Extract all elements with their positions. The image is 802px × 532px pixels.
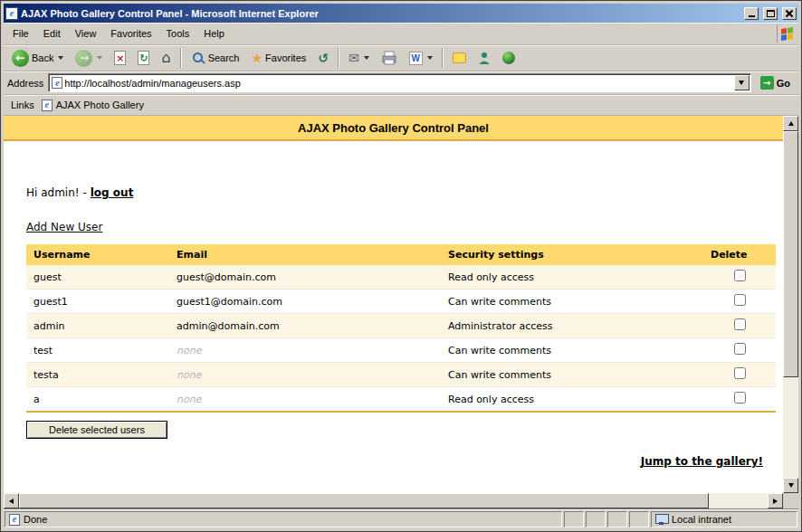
jump-to-gallery-link[interactable]: Jump to the gallery! — [26, 455, 763, 468]
security-cell: Administrator access — [441, 314, 703, 338]
forward-dropdown-icon[interactable] — [97, 56, 102, 60]
go-label: Go — [777, 78, 790, 89]
menu-favorites[interactable]: Favorites — [103, 25, 158, 42]
security-cell: Read only access — [441, 265, 703, 290]
edit-dropdown-icon[interactable] — [427, 56, 433, 60]
home-button[interactable]: ⌂ — [156, 48, 176, 68]
go-button[interactable]: → Go — [756, 74, 795, 91]
messenger-button[interactable] — [473, 49, 496, 68]
scroll-down-button[interactable] — [783, 478, 798, 493]
delete-checkbox[interactable] — [734, 294, 746, 306]
links-label: Links — [11, 100, 34, 110]
status-message-pane: e Done — [5, 511, 562, 527]
links-item-gallery[interactable]: e AJAX Photo Gallery — [42, 100, 144, 111]
table-row: guest1 guest1@domain.com Can write comme… — [26, 290, 776, 314]
delete-cell — [703, 363, 776, 387]
discuss-icon — [453, 52, 466, 63]
greeting: Hi admin! -log out — [26, 186, 776, 199]
refresh-icon: ↻ — [138, 51, 149, 65]
status-pane — [607, 511, 627, 527]
delete-cell — [703, 265, 776, 290]
links-bar: Links e AJAX Photo Gallery — [4, 95, 798, 116]
maximize-button[interactable] — [763, 7, 778, 20]
scroll-left-button[interactable] — [4, 493, 19, 508]
delete-selected-users-button[interactable]: Delete selected users — [26, 421, 167, 439]
delete-cell — [703, 314, 776, 338]
ie-page-icon: e — [52, 77, 62, 89]
header-security: Security settings — [441, 244, 703, 265]
delete-checkbox[interactable] — [734, 392, 746, 404]
add-new-user-link[interactable]: Add New User — [26, 221, 102, 233]
security-zone-text: Local intranet — [672, 514, 731, 525]
discuss-button[interactable] — [447, 50, 472, 66]
delete-checkbox[interactable] — [734, 367, 746, 379]
menu-file[interactable]: File — [5, 25, 36, 42]
history-icon: ↺ — [318, 52, 329, 64]
username-cell: guest — [26, 265, 169, 290]
search-label: Search — [208, 52, 240, 63]
delete-checkbox[interactable] — [734, 270, 746, 281]
menu-view[interactable]: View — [68, 25, 104, 42]
minimize-icon — [749, 15, 755, 17]
links-item-label: AJAX Photo Gallery — [56, 100, 144, 110]
delete-checkbox[interactable] — [734, 343, 746, 355]
edit-with-word-button[interactable]: W — [404, 49, 438, 68]
arrow-left-icon — [9, 499, 14, 504]
table-header-row: Username Email Security settings Delete — [26, 244, 776, 265]
print-icon — [381, 51, 397, 65]
arrow-down-icon — [788, 483, 794, 488]
horizontal-scroll-thumb[interactable] — [19, 493, 709, 508]
delete-cell — [703, 290, 776, 314]
toolbar-separator — [180, 48, 182, 68]
refresh-button[interactable]: ↻ — [132, 48, 155, 68]
menu-help[interactable]: Help — [196, 25, 232, 42]
status-bar: e Done Local intranet — [4, 508, 798, 528]
vertical-scroll-thumb[interactable] — [783, 131, 798, 377]
scroll-right-button[interactable] — [768, 493, 783, 508]
mail-icon: ✉ — [348, 52, 359, 64]
header-username: Username — [26, 244, 169, 265]
status-pane — [586, 511, 606, 527]
search-button[interactable]: Search — [186, 48, 245, 68]
address-dropdown-button[interactable] — [734, 75, 749, 90]
close-button[interactable] — [782, 7, 797, 20]
back-dropdown-icon[interactable] — [58, 56, 63, 60]
email-cell: guest1@domain.com — [169, 290, 441, 314]
close-icon — [786, 10, 793, 17]
scroll-up-button[interactable] — [783, 116, 798, 131]
logout-link[interactable]: log out — [91, 186, 134, 199]
security-cell: Can write comments — [441, 290, 703, 314]
menu-tools[interactable]: Tools — [159, 25, 197, 42]
username-cell: test — [26, 338, 169, 363]
username-cell: admin — [26, 314, 169, 338]
local-intranet-icon — [655, 514, 668, 525]
delete-cell — [703, 387, 776, 413]
address-input[interactable] — [62, 78, 733, 89]
back-button[interactable]: ← Back — [6, 47, 69, 70]
minimize-button[interactable] — [744, 7, 759, 20]
page-content: AJAX Photo Gallery Control Panel Hi admi… — [4, 116, 783, 493]
stop-button[interactable]: × — [109, 48, 131, 68]
mail-dropdown-icon[interactable] — [364, 56, 369, 60]
horizontal-scrollbar[interactable] — [4, 493, 783, 508]
stop-icon: × — [114, 51, 126, 65]
title-bar[interactable]: e AJAX Photo Gallery Control Panel - Mic… — [4, 4, 798, 23]
mail-button[interactable]: ✉ — [343, 49, 375, 67]
print-button[interactable] — [376, 48, 403, 68]
vertical-scrollbar[interactable] — [783, 116, 798, 493]
table-row: admin admin@domain.com Administrator acc… — [26, 314, 776, 338]
favorites-button[interactable]: ★ Favorites — [245, 49, 311, 67]
security-cell: Can write comments — [441, 363, 703, 387]
window-title: AJAX Photo Gallery Control Panel - Micro… — [21, 8, 740, 19]
history-button[interactable]: ↺ — [312, 49, 334, 67]
menu-edit[interactable]: Edit — [36, 25, 68, 42]
email-cell: guest@domain.com — [169, 265, 441, 290]
ie-page-icon: e — [42, 100, 53, 111]
word-icon: W — [409, 52, 423, 65]
security-cell: Read only access — [441, 387, 703, 413]
header-email: Email — [169, 244, 441, 265]
research-button[interactable] — [497, 49, 520, 67]
status-pane — [629, 511, 649, 527]
delete-checkbox[interactable] — [734, 318, 746, 330]
forward-button[interactable]: → — [70, 47, 108, 70]
